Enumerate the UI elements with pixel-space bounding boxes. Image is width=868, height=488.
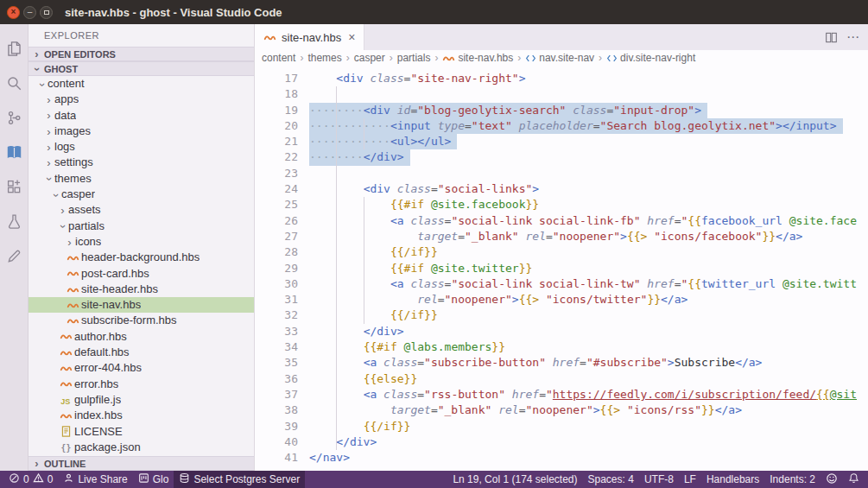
section-folder-ghost[interactable]: › GHOST: [29, 61, 254, 76]
tree-item-package.json[interactable]: {}package.json: [29, 440, 254, 455]
code-token: "icons/facebook": [654, 230, 762, 243]
tree-item-icons[interactable]: ›icons: [29, 234, 254, 250]
code-line-content: <a class="social-link social-link-fb" hr…: [309, 213, 857, 229]
breadcrumb-item-div.site-nav-right[interactable]: div.site-nav-right: [606, 52, 695, 64]
tree-item-index.hbs[interactable]: index.hbs: [29, 408, 254, 423]
code-token: }}: [519, 262, 533, 275]
activity-testing-button[interactable]: [0, 204, 29, 238]
code-token: =: [580, 356, 586, 369]
tree-item-themes[interactable]: ›themes: [29, 171, 254, 187]
breadcrumb-item-partials[interactable]: partials: [397, 52, 431, 64]
tab-site-nav-hbs[interactable]: site-nav.hbs ×: [255, 24, 364, 50]
code-token: =: [458, 230, 465, 243]
code-line[interactable]: 24 <div class="social-links">: [255, 181, 868, 197]
code-token: [309, 245, 390, 258]
tree-item-author.hbs[interactable]: author.hbs: [29, 329, 254, 345]
breadcrumb-item-site-nav.hbs[interactable]: site-nav.hbs: [442, 52, 513, 65]
code-line[interactable]: 36 {{else}}: [255, 371, 868, 387]
code-line[interactable]: 31 rel="noopener">{{> "icons/twitter"}}<…: [255, 292, 868, 307]
status-glo[interactable]: Glo: [133, 471, 174, 488]
tree-item-LICENSE[interactable]: LICENSE: [29, 424, 254, 440]
activity-extensions-button[interactable]: [0, 169, 29, 204]
code-line[interactable]: 18: [255, 86, 868, 102]
tree-item-post-card.hbs[interactable]: post-card.hbs: [29, 266, 254, 282]
tree-item-error-404.hbs[interactable]: error-404.hbs: [29, 360, 254, 376]
code-line[interactable]: 21············<ul></ul>: [255, 134, 868, 149]
split-editor-icon[interactable]: [825, 31, 838, 44]
tree-item-casper[interactable]: ›casper: [29, 187, 254, 202]
status-encoding[interactable]: UTF-8: [639, 471, 679, 488]
tree-item-default.hbs[interactable]: default.hbs: [29, 345, 254, 360]
more-actions-icon[interactable]: ⋯: [846, 29, 859, 45]
tree-item-content[interactable]: ›content: [29, 76, 254, 92]
code-line[interactable]: 26 <a class="social-link social-link-fb"…: [255, 213, 868, 229]
status-label: Handlebars: [706, 471, 759, 488]
code-line[interactable]: 39 {{/if}}: [255, 419, 868, 434]
status-indentation[interactable]: Spaces: 4: [583, 471, 639, 488]
code-line[interactable]: 28 {{/if}}: [255, 244, 868, 260]
status-eol[interactable]: LF: [679, 471, 701, 488]
activity-docs-button[interactable]: [0, 135, 29, 169]
code-token: [309, 435, 336, 448]
code-line[interactable]: 19········<div id="blog-geolytix-search"…: [255, 103, 868, 118]
close-button[interactable]: ×: [7, 6, 20, 19]
status-cursor-position[interactable]: Ln 19, Col 1 (174 selected): [447, 471, 582, 488]
breadcrumb-item-nav.site-nav[interactable]: nav.site-nav: [525, 52, 594, 64]
code-line[interactable]: 29 {{#if @site.twitter}}: [255, 261, 868, 276]
editor-group: site-nav.hbs × ⋯ content›themes›casper›p…: [255, 24, 868, 471]
tree-item-settings[interactable]: ›settings: [29, 155, 254, 170]
tree-item-logs[interactable]: ›logs: [29, 139, 254, 155]
code-editor[interactable]: 17 <div class="site-nav-right">1819·····…: [255, 66, 868, 471]
activity-source-control-button[interactable]: [0, 100, 29, 135]
code-line[interactable]: 25 {{#if @site.facebook}}: [255, 197, 868, 212]
code-line[interactable]: 33 </div>: [255, 324, 868, 339]
section-open-editors[interactable]: › OPEN EDITORS: [29, 47, 254, 61]
code-line[interactable]: 34 {{#if @labs.members}}: [255, 339, 868, 355]
code-line[interactable]: 40 </div>: [255, 434, 868, 450]
status-feedback[interactable]: [820, 471, 843, 488]
code-token: "social-links": [438, 182, 533, 195]
hbs-icon: [60, 330, 74, 343]
minimize-button[interactable]: –: [23, 6, 36, 19]
breadcrumb-item-themes[interactable]: themes: [307, 52, 341, 64]
code-line[interactable]: 27 target="_blank" rel="noopener">{{> "i…: [255, 229, 868, 244]
close-icon[interactable]: ×: [348, 30, 355, 44]
tree-item-apps[interactable]: ›apps: [29, 92, 254, 107]
code-line[interactable]: 23: [255, 166, 868, 181]
code-token: >: [532, 182, 539, 195]
tree-item-assets[interactable]: ›assets: [29, 202, 254, 218]
tree-item-error.hbs[interactable]: error.hbs: [29, 377, 254, 392]
tree-item-images[interactable]: ›images: [29, 124, 254, 139]
tree-item-partials[interactable]: ›partials: [29, 219, 254, 234]
status-live-share[interactable]: Live Share: [58, 471, 132, 488]
code-line[interactable]: 41</nav>: [255, 450, 868, 466]
code-line[interactable]: 37 <a class="rss-button" href="https://f…: [255, 387, 868, 402]
code-line[interactable]: 20············<input type="text" placeho…: [255, 118, 868, 134]
tree-item-data[interactable]: ›data: [29, 108, 254, 124]
tree-item-subscribe-form.hbs[interactable]: subscribe-form.hbs: [29, 313, 254, 328]
section-outline[interactable]: › OUTLINE: [29, 456, 254, 471]
maximize-button[interactable]: [40, 6, 53, 19]
code-line[interactable]: 17 <div class="site-nav-right">: [255, 71, 868, 86]
code-line[interactable]: 32 {{/if}}: [255, 307, 868, 323]
status-problems[interactable]: 00: [3, 471, 58, 488]
code-line[interactable]: 22········</div>: [255, 149, 868, 165]
status-notifications[interactable]: [843, 471, 865, 488]
activity-edit-button[interactable]: [0, 238, 29, 273]
status-postgres-server[interactable]: Select Postgres Server: [174, 471, 305, 488]
breadcrumb-item-content[interactable]: content: [262, 52, 295, 64]
tree-item-gulpfile.js[interactable]: JSgulpfile.js: [29, 392, 254, 408]
error-count: 0: [23, 471, 29, 488]
breadcrumb-item-casper[interactable]: casper: [354, 52, 385, 64]
activity-explorer-button[interactable]: [0, 31, 29, 66]
status-indents[interactable]: Indents: 2: [764, 471, 820, 488]
code-line[interactable]: 35 <a class="subscribe-button" href="#su…: [255, 355, 868, 371]
code-line[interactable]: 38 target="_blank" rel="noopener">{{> "i…: [255, 402, 868, 418]
code-line[interactable]: 30 <a class="social-link social-link-tw"…: [255, 276, 868, 292]
tree-item-site-header.hbs[interactable]: site-header.hbs: [29, 282, 254, 297]
tree-item-header-background.hbs[interactable]: header-background.hbs: [29, 250, 254, 265]
status-language-mode[interactable]: Handlebars: [701, 471, 764, 488]
breadcrumb-label: casper: [354, 52, 385, 64]
tree-item-site-nav.hbs[interactable]: site-nav.hbs: [29, 297, 254, 313]
activity-search-button[interactable]: [0, 66, 29, 100]
